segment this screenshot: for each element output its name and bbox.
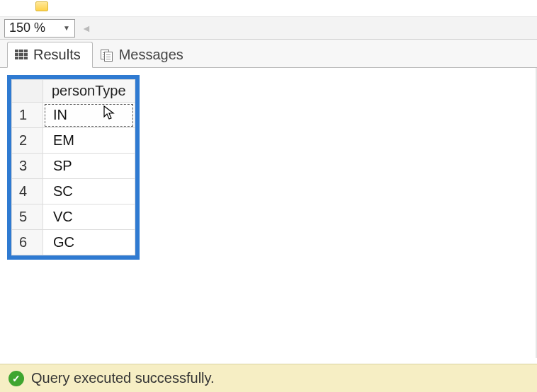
grid-corner[interactable] — [12, 80, 43, 103]
cell[interactable]: EM — [43, 128, 135, 154]
prev-arrow-icon[interactable]: ◄ — [79, 21, 94, 35]
table-row: 2 EM — [12, 128, 135, 154]
success-icon: ✓ — [9, 371, 24, 386]
cursor-icon — [103, 105, 115, 121]
tab-results-label: Results — [33, 47, 81, 63]
cell-value: IN — [53, 107, 67, 122]
table-row: 4 SC — [12, 179, 135, 204]
chevron-down-icon: ▼ — [63, 24, 70, 32]
editor-strip — [0, 0, 537, 17]
table-row: 3 SP — [12, 154, 135, 179]
table-row: 6 GC — [12, 230, 135, 255]
tab-results[interactable]: Results — [7, 42, 93, 68]
table-row: 5 VC — [12, 204, 135, 230]
row-number[interactable]: 2 — [12, 128, 43, 154]
folder-icon — [35, 1, 48, 11]
column-header[interactable]: personType — [43, 80, 135, 103]
cell[interactable]: SC — [43, 179, 135, 204]
row-number[interactable]: 6 — [12, 230, 43, 255]
status-message: Query executed successfully. — [31, 370, 215, 386]
highlight-box: personType 1 IN 2 EM — [7, 75, 140, 260]
cell[interactable]: IN — [43, 103, 135, 128]
cell[interactable]: GC — [43, 230, 135, 255]
status-bar: ✓ Query executed successfully. — [0, 364, 537, 392]
zoom-value: 150 % — [9, 21, 45, 35]
result-tabs: Results Messages — [0, 40, 537, 68]
tab-messages[interactable]: Messages — [93, 42, 196, 68]
grid-icon — [15, 50, 28, 61]
results-grid[interactable]: personType 1 IN 2 EM — [11, 79, 135, 255]
table-row: 1 IN — [12, 103, 135, 128]
zoom-select[interactable]: 150 % ▼ — [4, 19, 75, 38]
zoom-toolbar: 150 % ▼ ◄ — [0, 17, 537, 40]
row-number[interactable]: 1 — [12, 103, 43, 128]
cell[interactable]: SP — [43, 154, 135, 179]
cell[interactable]: VC — [43, 204, 135, 230]
row-number[interactable]: 3 — [12, 154, 43, 179]
row-number[interactable]: 4 — [12, 179, 43, 204]
tab-messages-label: Messages — [119, 47, 183, 63]
results-pane: personType 1 IN 2 EM — [0, 68, 537, 358]
row-number[interactable]: 5 — [12, 204, 43, 230]
messages-icon — [101, 50, 113, 61]
